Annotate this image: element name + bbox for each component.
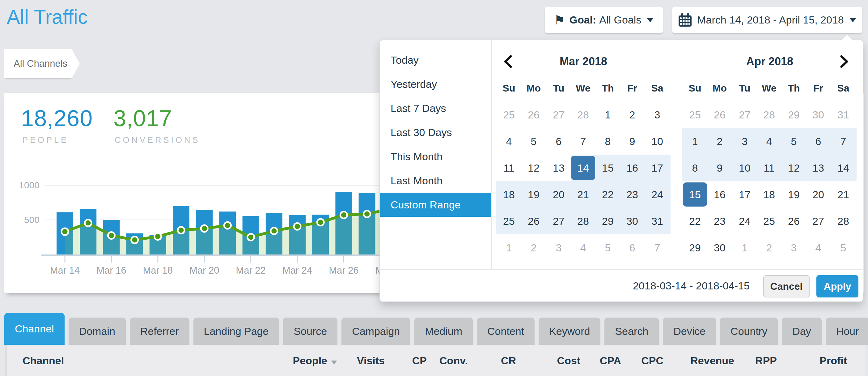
calendar-day[interactable]: 30 bbox=[620, 209, 644, 233]
calendar-day[interactable]: 4 bbox=[571, 236, 595, 260]
tab-content[interactable]: Content bbox=[477, 318, 535, 345]
tab-hour[interactable]: Hour bbox=[826, 318, 868, 345]
calendar-day[interactable]: 2 bbox=[708, 129, 732, 153]
calendar-day[interactable]: 13 bbox=[806, 156, 830, 180]
calendar-day[interactable]: 20 bbox=[547, 182, 571, 207]
column-header-people[interactable]: People bbox=[293, 345, 337, 376]
preset-last-7-days[interactable]: Last 7 Days bbox=[380, 96, 491, 120]
prev-month-icon[interactable] bbox=[503, 55, 512, 68]
calendar-day[interactable]: 22 bbox=[683, 209, 707, 233]
calendar-day[interactable]: 20 bbox=[806, 182, 830, 207]
preset-this-month[interactable]: This Month bbox=[380, 144, 491, 169]
calendar-day[interactable]: 18 bbox=[757, 182, 781, 207]
preset-today[interactable]: Today bbox=[380, 48, 491, 72]
calendar-day[interactable]: 9 bbox=[620, 129, 644, 153]
column-header-conv[interactable]: Conv. bbox=[439, 345, 468, 376]
calendar-day[interactable]: 12 bbox=[522, 156, 546, 180]
column-header-cpc[interactable]: CPC bbox=[641, 345, 663, 376]
tab-search[interactable]: Search bbox=[604, 318, 659, 345]
calendar-day[interactable]: 21 bbox=[571, 182, 595, 207]
calendar-day[interactable]: 19 bbox=[782, 182, 806, 207]
calendar-day[interactable]: 28 bbox=[571, 103, 595, 127]
tab-keyword[interactable]: Keyword bbox=[538, 318, 600, 345]
calendar-day[interactable]: 1 bbox=[497, 236, 521, 260]
date-range-button[interactable]: March 14, 2018 - April 15, 2018 bbox=[672, 7, 862, 33]
cancel-button[interactable]: Cancel bbox=[763, 275, 810, 297]
calendar-day[interactable]: 1 bbox=[733, 236, 757, 260]
calendar-day[interactable]: 23 bbox=[708, 209, 732, 233]
calendar-day[interactable]: 31 bbox=[645, 209, 669, 233]
apply-button[interactable]: Apply bbox=[816, 275, 859, 297]
calendar-day[interactable]: 7 bbox=[831, 129, 855, 153]
calendar-day[interactable]: 25 bbox=[497, 209, 521, 233]
column-header-visits[interactable]: Visits bbox=[357, 345, 385, 376]
preset-last-month[interactable]: Last Month bbox=[380, 169, 491, 193]
calendar-day[interactable]: 12 bbox=[782, 156, 806, 180]
calendar-day[interactable]: 8 bbox=[683, 156, 707, 180]
calendar-day[interactable]: 5 bbox=[831, 236, 855, 260]
calendar-day[interactable]: 30 bbox=[806, 103, 830, 127]
calendar-day-selected[interactable]: 14 bbox=[571, 156, 595, 180]
tab-medium[interactable]: Medium bbox=[414, 318, 473, 345]
calendar-day[interactable]: 8 bbox=[596, 129, 620, 153]
calendar-day[interactable]: 25 bbox=[757, 209, 781, 233]
tab-country[interactable]: Country bbox=[720, 318, 778, 345]
calendar-day[interactable]: 7 bbox=[645, 236, 669, 260]
calendar-day[interactable]: 31 bbox=[831, 103, 855, 127]
tab-domain[interactable]: Domain bbox=[69, 318, 126, 345]
column-header-rpp[interactable]: RPP bbox=[755, 345, 777, 376]
tab-campaign[interactable]: Campaign bbox=[341, 318, 410, 345]
calendar-day[interactable]: 2 bbox=[522, 236, 546, 260]
calendar-day-selected[interactable]: 15 bbox=[683, 182, 707, 207]
calendar-day[interactable]: 21 bbox=[831, 182, 855, 207]
calendar-day[interactable]: 15 bbox=[596, 156, 620, 180]
calendar-day[interactable]: 14 bbox=[831, 156, 855, 180]
calendar-day[interactable]: 10 bbox=[733, 156, 757, 180]
calendar-day[interactable]: 19 bbox=[522, 182, 546, 207]
calendar-day[interactable]: 5 bbox=[782, 129, 806, 153]
calendar-day[interactable]: 1 bbox=[596, 103, 620, 127]
calendar-day[interactable]: 27 bbox=[733, 103, 757, 127]
calendar-day[interactable]: 24 bbox=[645, 182, 669, 207]
calendar-day[interactable]: 1 bbox=[683, 129, 707, 153]
calendar-day[interactable]: 2 bbox=[620, 103, 644, 127]
calendar-day[interactable]: 2 bbox=[757, 236, 781, 260]
calendar-day[interactable]: 27 bbox=[547, 103, 571, 127]
calendar-day[interactable]: 11 bbox=[497, 156, 521, 180]
calendar-day[interactable]: 5 bbox=[596, 236, 620, 260]
calendar-day[interactable]: 5 bbox=[522, 129, 546, 153]
calendar-day[interactable]: 6 bbox=[620, 236, 644, 260]
calendar-day[interactable]: 27 bbox=[806, 209, 830, 233]
calendar-day[interactable]: 26 bbox=[782, 209, 806, 233]
calendar-day[interactable]: 29 bbox=[683, 236, 707, 260]
calendar-day[interactable]: 17 bbox=[645, 156, 669, 180]
calendar-day[interactable]: 22 bbox=[596, 182, 620, 207]
calendar-day[interactable]: 26 bbox=[708, 103, 732, 127]
calendar-day[interactable]: 26 bbox=[522, 103, 546, 127]
column-header-cr[interactable]: CR bbox=[501, 345, 516, 376]
calendar-day[interactable]: 10 bbox=[645, 129, 669, 153]
tab-landing-page[interactable]: Landing Page bbox=[193, 318, 279, 345]
calendar-day[interactable]: 28 bbox=[757, 103, 781, 127]
calendar-day[interactable]: 16 bbox=[708, 182, 732, 207]
calendar-day[interactable]: 6 bbox=[547, 129, 571, 153]
calendar-day[interactable]: 24 bbox=[733, 209, 757, 233]
calendar-day[interactable]: 29 bbox=[596, 209, 620, 233]
preset-custom-range[interactable]: Custom Range bbox=[380, 193, 491, 217]
calendar-day[interactable]: 29 bbox=[782, 103, 806, 127]
calendar-day[interactable]: 3 bbox=[733, 129, 757, 153]
calendar-day[interactable]: 7 bbox=[571, 129, 595, 153]
calendar-day[interactable]: 16 bbox=[620, 156, 644, 180]
calendar-day[interactable]: 11 bbox=[757, 156, 781, 180]
calendar-day[interactable]: 26 bbox=[522, 209, 546, 233]
calendar-day[interactable]: 28 bbox=[571, 209, 595, 233]
calendar-day[interactable]: 28 bbox=[831, 209, 855, 233]
calendar-day[interactable]: 25 bbox=[497, 103, 521, 127]
calendar-day[interactable]: 3 bbox=[547, 236, 571, 260]
calendar-day[interactable]: 25 bbox=[683, 103, 707, 127]
calendar-day[interactable]: 6 bbox=[806, 129, 830, 153]
calendar-day[interactable]: 27 bbox=[547, 209, 571, 233]
preset-last-30-days[interactable]: Last 30 Days bbox=[380, 120, 491, 144]
tab-source[interactable]: Source bbox=[283, 318, 337, 345]
preset-yesterday[interactable]: Yesterday bbox=[380, 72, 491, 96]
